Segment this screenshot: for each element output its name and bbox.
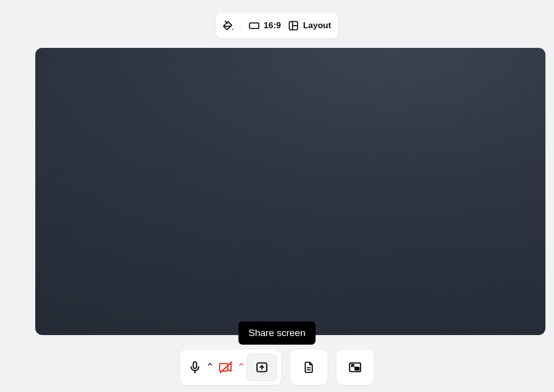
chevron-up-icon[interactable] xyxy=(206,361,214,368)
layout-icon xyxy=(288,20,299,31)
top-toolbar: 16:9 Layout xyxy=(216,13,338,38)
layout-button[interactable]: Layout xyxy=(288,20,331,31)
camera-off-icon xyxy=(219,361,234,374)
camera-button[interactable] xyxy=(216,354,247,381)
document-icon xyxy=(303,361,315,374)
notes-button[interactable] xyxy=(295,354,322,381)
chevron-up-icon[interactable] xyxy=(238,361,245,368)
aspect-ratio-button[interactable]: 16:9 xyxy=(249,21,281,31)
microphone-button[interactable] xyxy=(184,354,216,381)
background-button[interactable] xyxy=(223,20,234,31)
svg-rect-1 xyxy=(249,23,258,29)
paint-bucket-icon xyxy=(223,20,234,31)
pip-button[interactable] xyxy=(341,354,369,381)
svg-rect-14 xyxy=(355,367,359,370)
screen-share-icon xyxy=(255,361,268,374)
pip-group xyxy=(336,350,374,385)
media-controls-group xyxy=(180,350,281,385)
share-screen-button[interactable] xyxy=(247,354,277,381)
notes-group xyxy=(290,350,327,385)
bottom-control-bar xyxy=(180,350,374,385)
svg-point-0 xyxy=(232,29,233,30)
aspect-ratio-label: 16:9 xyxy=(264,21,281,31)
video-preview xyxy=(35,48,545,335)
microphone-icon xyxy=(188,361,201,374)
divider xyxy=(241,19,242,32)
svg-rect-5 xyxy=(193,362,197,368)
layout-label: Layout xyxy=(303,21,331,31)
share-screen-tooltip: Share screen xyxy=(238,321,315,345)
rectangle-icon xyxy=(249,22,260,30)
pip-icon xyxy=(349,361,362,374)
